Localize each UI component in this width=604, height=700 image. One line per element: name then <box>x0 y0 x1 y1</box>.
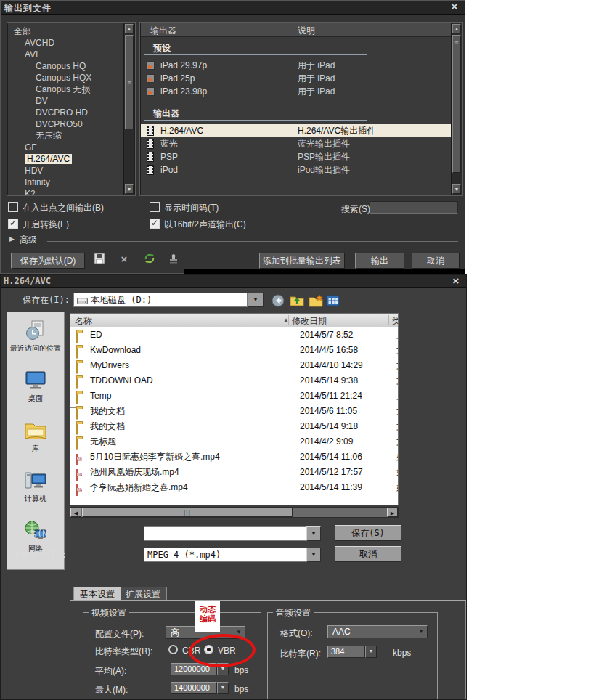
advanced-label[interactable]: 高级 <box>20 234 37 246</box>
tree-scroll-thumb[interactable]: ≡ <box>125 35 134 129</box>
file-row[interactable]: Temp2014/5/11 21:24文件夹 <box>70 388 398 404</box>
cancel-button[interactable]: 取消 <box>412 253 460 269</box>
search-input[interactable] <box>370 201 458 214</box>
file-row[interactable]: 5月10日阮惠娟李亨新婚之喜.mp42014/5/14 11:06媒体文件 <box>70 449 398 465</box>
exporter-row[interactable]: PSPPSP输出插件 <box>141 150 451 163</box>
new-folder-icon[interactable] <box>309 294 323 309</box>
list-scrollbar[interactable]: ▲ ≡ ▼ <box>451 23 462 195</box>
tree-item[interactable]: DV <box>8 95 123 107</box>
scroll-down-icon[interactable]: ▼ <box>452 184 461 194</box>
max-bitrate-input[interactable]: 14000000 <box>171 682 217 694</box>
scroll-up-icon[interactable]: ▲ <box>125 24 134 33</box>
checkbox-between-inout[interactable]: 在入出点之间输出(B) <box>8 202 104 214</box>
close-icon[interactable]: × <box>449 1 460 12</box>
audio-bitrate-input[interactable]: 384 <box>327 646 365 658</box>
file-row[interactable]: TDDOWNLOAD2014/5/14 9:38文件夹 <box>70 373 398 388</box>
checkbox-checked-icon[interactable] <box>150 219 160 229</box>
tree-item[interactable]: DVCPRO50 <box>8 118 123 130</box>
list-scroll-thumb[interactable]: ≡ <box>452 35 461 173</box>
checkbox-show-timecode[interactable]: 显示时间码(T) <box>150 202 219 214</box>
exporter-row[interactable]: iPad 29.97p用于 iPad <box>141 59 451 72</box>
place-libraries[interactable]: 库 <box>7 420 64 454</box>
close-icon[interactable]: × <box>450 275 462 287</box>
tree-item[interactable]: DVCPRO HD <box>8 107 123 118</box>
tree-item[interactable]: Canopus HQ <box>8 60 123 72</box>
checkbox-enable-convert[interactable]: 开启转换(E) <box>8 219 69 231</box>
exporter-row[interactable]: H.264/AVCH.264/AVC输出插件 <box>141 124 451 137</box>
save-as-default-button[interactable]: 保存为默认(D) <box>11 253 85 269</box>
audio-format-dropdown[interactable]: AAC <box>327 625 428 638</box>
exporter-row[interactable]: iPodiPod输出插件 <box>141 163 451 176</box>
save-type-dropdown-icon[interactable]: ▼ <box>306 548 321 562</box>
tab-extended-settings[interactable]: 扩展设置 <box>119 587 167 600</box>
add-to-batch-button[interactable]: 添加到批量输出列表 <box>259 253 345 269</box>
stamp-icon[interactable] <box>166 253 181 267</box>
audio-format-label: 格式(O): <box>280 627 313 640</box>
tree-item[interactable]: AVCHD <box>8 37 123 49</box>
up-one-level-icon[interactable] <box>290 294 304 309</box>
export-window-titlebar[interactable]: 输出到文件 × <box>1 1 465 15</box>
column-date-modified[interactable]: 修改日期 <box>292 315 327 327</box>
tree-item[interactable]: Canopus HQX <box>8 72 123 84</box>
hscroll-thumb[interactable]: ||| <box>82 508 293 517</box>
file-row[interactable]: 池州凤凰婚庆现场.mp42014/5/12 17:57媒体文件 <box>70 465 398 480</box>
save-button[interactable]: 保存(S) <box>335 525 401 541</box>
average-bitrate-unit: bps <box>234 665 248 675</box>
file-row[interactable]: 我的文档2014/5/6 11:05文件夹 <box>70 404 398 419</box>
place-recent[interactable]: 最近访问的位置 <box>7 320 64 354</box>
scroll-left-icon[interactable]: ◀ <box>70 508 81 517</box>
file-row[interactable]: 无标题2014/4/2 9:09文件夹 <box>70 434 398 449</box>
column-name[interactable]: 名称 <box>75 315 92 327</box>
max-bitrate-dropdown-icon[interactable]: ▼ <box>217 682 229 694</box>
scroll-down-icon[interactable]: ▼ <box>125 184 134 194</box>
tree-item[interactable]: GF <box>8 142 123 153</box>
file-name-input[interactable] <box>144 526 306 541</box>
tree-item[interactable]: K2 <box>8 188 123 195</box>
cancel-button[interactable]: 取消 <box>335 546 401 562</box>
refresh-icon[interactable] <box>142 253 157 267</box>
horizontal-scrollbar[interactable]: ◀ ||| ▶ <box>70 507 399 518</box>
checkbox-checked-icon[interactable] <box>8 219 18 229</box>
advanced-expander-icon[interactable]: ▶ <box>9 235 15 243</box>
tree-item[interactable]: 全部 <box>8 25 123 37</box>
checkbox-icon[interactable] <box>8 202 18 212</box>
file-name: KwDownload <box>90 343 141 358</box>
save-preset-icon[interactable] <box>92 253 107 267</box>
save-in-dropdown-icon[interactable]: ▼ <box>248 293 264 307</box>
exporter-row[interactable]: iPad 25p用于 iPad <box>141 72 451 85</box>
save-in-combo[interactable]: 本地磁盘 (D:) <box>73 293 248 307</box>
audio-bitrate-dropdown-icon[interactable]: ▼ <box>365 646 377 658</box>
tab-basic-settings[interactable]: 基本设置 <box>73 587 121 600</box>
file-row[interactable]: 我的文档2014/5/14 9:18文件夹 <box>70 419 398 434</box>
tree-item[interactable]: AVI <box>8 49 123 60</box>
file-row[interactable]: 李亨阮惠娟新婚之喜.mp42014/5/14 11:39媒体文件 <box>70 480 398 495</box>
view-menu-icon[interactable] <box>326 294 340 309</box>
place-computer[interactable]: 计算机 <box>7 470 64 504</box>
tree-item[interactable]: Canopus 无损 <box>8 84 123 95</box>
back-icon[interactable] <box>271 294 285 309</box>
delete-preset-icon[interactable]: × <box>117 253 131 267</box>
exporter-row[interactable]: iPad 23.98p用于 iPad <box>141 85 451 98</box>
radio-cbr[interactable] <box>168 645 178 654</box>
place-desktop[interactable]: 桌面 <box>7 370 64 404</box>
column-description[interactable]: 说明 <box>298 25 315 37</box>
tree-item[interactable]: Infinity <box>8 176 123 188</box>
tree-scrollbar[interactable]: ▲ ≡ ▼ <box>123 23 134 195</box>
file-row[interactable]: KwDownload2014/4/5 16:58文件夹 <box>70 343 398 358</box>
export-button[interactable]: 输出 <box>355 253 404 269</box>
file-name-dropdown-icon[interactable]: ▼ <box>306 526 321 541</box>
scroll-right-icon[interactable]: ▶ <box>387 508 398 517</box>
exporter-row[interactable]: 蓝光蓝光输出插件 <box>141 137 451 150</box>
tree-item[interactable]: H.264/AVC <box>8 153 123 165</box>
save-type-combo[interactable]: MPEG-4 (*.mp4) <box>144 548 306 562</box>
checkbox-16bit-2ch[interactable]: 以16bit/2声道输出(C) <box>150 219 246 231</box>
save-dialog-titlebar[interactable]: H.264/AVC × <box>1 275 466 288</box>
file-row[interactable]: MyDrivers2014/4/10 14:29文件夹 <box>70 358 398 373</box>
file-row[interactable]: ED2014/5/7 8:52文件夹 <box>70 327 398 343</box>
tree-item[interactable]: HDV <box>8 165 123 176</box>
column-type[interactable]: 类 <box>392 315 399 327</box>
tree-item[interactable]: 无压缩 <box>8 130 123 142</box>
scroll-up-icon[interactable]: ▲ <box>452 24 461 33</box>
checkbox-icon[interactable] <box>150 202 160 212</box>
column-exporter[interactable]: 输出器 <box>150 25 176 37</box>
